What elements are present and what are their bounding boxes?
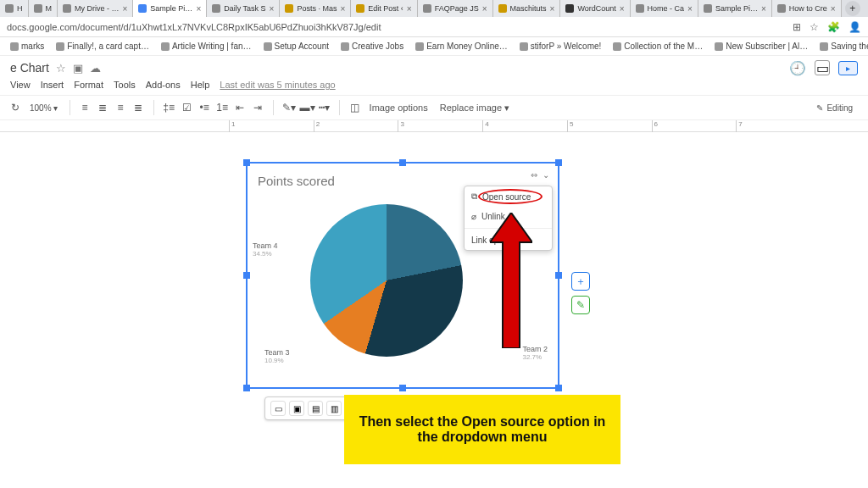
resize-handle[interactable] — [243, 159, 250, 166]
document-canvas[interactable]: Points scored ⇔⌄ Team 434.5% Team 310.9%… — [0, 132, 868, 488]
new-tab-button[interactable]: + — [845, 1, 860, 16]
resize-handle[interactable] — [555, 385, 562, 391]
align-center-icon[interactable]: ≣ — [97, 102, 109, 114]
checklist-icon[interactable]: ☑ — [181, 102, 193, 114]
resize-handle[interactable] — [555, 272, 562, 279]
close-icon[interactable]: × — [761, 4, 766, 14]
puzzle-icon[interactable]: 🧩 — [827, 21, 840, 33]
close-icon[interactable]: × — [620, 4, 625, 14]
bookmark[interactable]: New Subscriber | Al… — [711, 42, 811, 51]
star-icon[interactable]: ☆ — [810, 21, 819, 33]
replace-image-button[interactable]: Replace image ▾ — [437, 103, 513, 114]
doc-header: e Chart ☆ ▣ ☁ 🕘 ▭ ▸ — [0, 56, 868, 80]
cloud-icon[interactable]: ☁ — [90, 62, 101, 75]
menu-bar: View Insert Format Tools Add-ons Help La… — [0, 80, 868, 95]
resize-handle[interactable] — [399, 385, 406, 391]
numbered-list-icon[interactable]: 1≡ — [216, 102, 229, 114]
suggest-edit-button[interactable]: ✎ — [571, 296, 590, 314]
doc-title[interactable]: e Chart — [10, 61, 49, 75]
bookmark[interactable]: Finally!, a card capt… — [53, 42, 153, 51]
crop-icon[interactable]: ◫ — [348, 102, 361, 114]
indent-decrease-icon[interactable]: ⇤ — [234, 102, 247, 114]
bookmark[interactable]: Creative Jobs — [337, 42, 407, 51]
menu-addons[interactable]: Add-ons — [146, 80, 181, 90]
close-icon[interactable]: × — [687, 4, 693, 14]
toolbar: ↻ 100% ▾ ≡ ≣ ≡ ≣ ‡≡ ☑ •≡ 1≡ ⇤ ⇥ ✎▾ ▬▾ ┅▾… — [0, 95, 868, 120]
add-comment-button[interactable]: ＋ — [571, 272, 590, 291]
close-icon[interactable]: × — [550, 4, 555, 14]
menu-format[interactable]: Format — [74, 80, 103, 90]
link-options-option[interactable]: Link options — [465, 230, 552, 250]
close-icon[interactable]: × — [196, 4, 201, 14]
present-button[interactable]: ▭ — [815, 60, 830, 75]
open-source-option[interactable]: ⧉Open source — [465, 186, 552, 207]
bookmark[interactable]: stiforP » Welcome! — [516, 42, 605, 51]
close-icon[interactable]: × — [340, 4, 345, 14]
unlink-option[interactable]: ⌀Unlink — [465, 207, 552, 226]
comment-history-icon[interactable]: 🕘 — [789, 60, 806, 76]
indent-increase-icon[interactable]: ⇥ — [252, 102, 264, 114]
close-icon[interactable]: × — [123, 4, 128, 14]
bookmarks-bar: marks Finally!, a card capt… Article Wri… — [0, 37, 868, 56]
browser-tabs: H M My Drive - …× Sample Pi…× Daily Task… — [0, 0, 868, 17]
bookmark[interactable]: Saving the Hero (a… — [816, 42, 868, 51]
redo-icon[interactable]: ↻ — [8, 102, 21, 114]
break-button[interactable]: ▤ — [308, 401, 323, 416]
chevron-down-icon[interactable]: ⌄ — [542, 170, 549, 180]
close-icon[interactable]: × — [831, 4, 836, 14]
close-icon[interactable]: × — [407, 4, 412, 14]
last-edit-link[interactable]: Last edit was 5 minutes ago — [220, 80, 335, 90]
move-icon[interactable]: ▣ — [73, 62, 83, 75]
tab[interactable]: My Drive - …× — [58, 0, 133, 17]
border-color-icon[interactable]: ✎▾ — [282, 102, 295, 114]
chart-link-chip[interactable]: ⇔⌄ — [531, 170, 549, 180]
tab[interactable]: How to Cre× — [772, 0, 842, 17]
url-bar: docs.google.com/document/d/1uXhwt1xLx7NV… — [0, 17, 868, 37]
tab[interactable]: M — [29, 0, 58, 17]
star-icon[interactable]: ☆ — [56, 62, 66, 75]
close-icon[interactable]: × — [270, 4, 275, 14]
align-justify-icon[interactable]: ≣ — [132, 102, 145, 114]
resize-handle[interactable] — [555, 159, 562, 166]
url-text[interactable]: docs.google.com/document/d/1uXhwt1xLx7NV… — [7, 22, 786, 32]
menu-tools[interactable]: Tools — [114, 80, 136, 90]
chart-selection[interactable]: Points scored ⇔⌄ Team 434.5% Team 310.9%… — [246, 162, 559, 389]
zoom-select[interactable]: 100% ▾ — [26, 103, 61, 113]
bookmark[interactable]: Article Writing | fan… — [158, 42, 255, 51]
align-right-icon[interactable]: ≡ — [114, 102, 127, 114]
tab[interactable]: FAQPage JS× — [418, 0, 493, 17]
behind-button[interactable]: ▥ — [326, 401, 342, 416]
bookmark[interactable]: Collection of the M… — [609, 42, 706, 51]
profile-icon[interactable]: 👤 — [849, 21, 861, 33]
tab-active[interactable]: Sample Pi…× — [133, 0, 207, 17]
bookmark[interactable]: marks — [7, 42, 47, 51]
editing-mode[interactable]: ✎Editing — [810, 102, 860, 114]
border-dash-icon[interactable]: ┅▾ — [318, 102, 331, 114]
tab[interactable]: Sample Pi…× — [698, 0, 772, 17]
bulleted-list-icon[interactable]: •≡ — [198, 102, 211, 114]
tab[interactable]: H — [0, 0, 29, 17]
menu-insert[interactable]: Insert — [41, 80, 64, 90]
tab[interactable]: WordCount× — [560, 0, 630, 17]
image-options-button[interactable]: Image options — [366, 103, 431, 113]
menu-view[interactable]: View — [10, 80, 31, 90]
share-button[interactable]: ▸ — [838, 61, 858, 75]
resize-handle[interactable] — [243, 272, 250, 279]
tab[interactable]: Home - Ca× — [631, 0, 698, 17]
tab[interactable]: Maschituts× — [493, 0, 561, 17]
tab[interactable]: Edit Post ‹× — [351, 0, 417, 17]
close-icon[interactable]: × — [482, 4, 487, 14]
tab[interactable]: Daily Task S× — [207, 0, 280, 17]
tab[interactable]: Posts · Mas× — [280, 0, 351, 17]
bookmark[interactable]: Earn Money Online… — [412, 42, 511, 51]
wrap-button[interactable]: ▣ — [289, 401, 304, 416]
extension-icon[interactable]: ⊞ — [793, 21, 801, 33]
menu-help[interactable]: Help — [191, 80, 210, 90]
line-spacing-icon[interactable]: ‡≡ — [163, 102, 175, 114]
border-weight-icon[interactable]: ▬▾ — [300, 102, 313, 114]
resize-handle[interactable] — [243, 385, 250, 391]
align-left-icon[interactable]: ≡ — [79, 102, 92, 114]
bookmark[interactable]: Setup Account — [260, 42, 333, 51]
resize-handle[interactable] — [399, 159, 406, 166]
inline-button[interactable]: ▭ — [270, 401, 286, 416]
